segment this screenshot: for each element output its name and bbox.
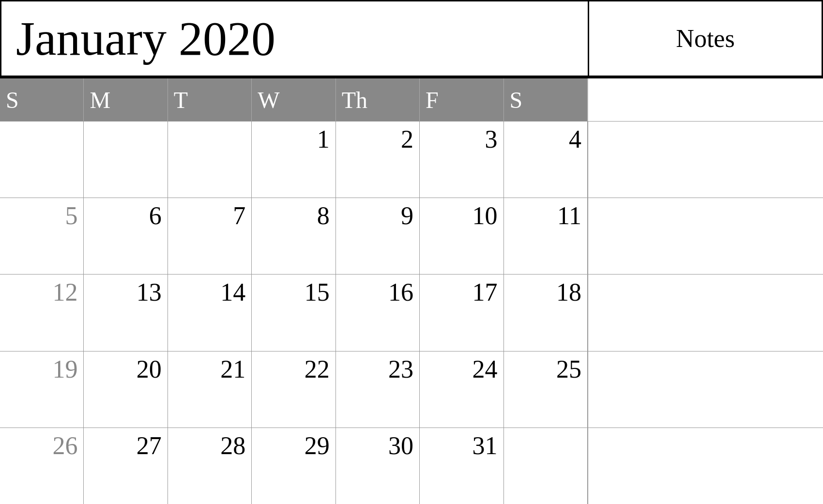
day-cell-w3-d7[interactable]: 18 (504, 275, 588, 351)
day-cell-w4-d3[interactable]: 21 (168, 351, 252, 428)
day-cell-w1-d3[interactable] (168, 122, 252, 198)
day-number: 23 (388, 355, 413, 383)
notes-header-spacer (588, 78, 823, 121)
day-number: 24 (472, 355, 498, 383)
week-row-3: 12131415161718 (0, 274, 823, 351)
day-number: 4 (569, 125, 581, 153)
notes-week-cell-3[interactable] (588, 275, 823, 351)
notes-label: Notes (676, 24, 734, 53)
day-number: 8 (317, 202, 330, 229)
day-cell-w3-d6[interactable]: 17 (420, 275, 503, 351)
day-cell-w2-d7[interactable]: 11 (504, 198, 588, 274)
day-cell-w1-d6[interactable]: 3 (420, 122, 503, 198)
day-cell-w1-d1[interactable] (0, 122, 84, 198)
day-header-mon: M (84, 78, 168, 121)
notes-cell: Notes (588, 0, 823, 77)
day-cell-w2-d4[interactable]: 8 (252, 198, 335, 274)
day-number: 3 (485, 125, 498, 153)
day-cell-w4-d1[interactable]: 19 (0, 351, 84, 428)
day-header-sun: S (0, 78, 84, 121)
day-cell-w3-d5[interactable]: 16 (336, 275, 420, 351)
day-cell-w1-d4[interactable]: 1 (252, 122, 335, 198)
day-number: 9 (401, 202, 413, 229)
day-cell-w2-d5[interactable]: 9 (336, 198, 420, 274)
day-header-thu: Th (336, 78, 420, 121)
day-header-tue: T (168, 78, 252, 121)
day-number: 16 (388, 278, 413, 306)
day-number: 14 (220, 278, 245, 306)
month-title: January 2020 (16, 15, 275, 63)
day-cell-w4-d2[interactable]: 20 (84, 351, 168, 428)
calendar-container: January 2020 Notes S M T W Th F S 123456 (0, 0, 823, 504)
week-row-2: 567891011 (0, 198, 823, 274)
day-number: 28 (220, 432, 245, 459)
week-row-5: 262728293031 (0, 428, 823, 504)
day-cell-w1-d7[interactable]: 4 (504, 122, 588, 198)
day-number: 17 (472, 278, 498, 306)
day-cell-w5-d5[interactable]: 30 (336, 428, 420, 504)
day-cell-w3-d2[interactable]: 13 (84, 275, 168, 351)
notes-week-cell-1[interactable] (588, 122, 823, 198)
day-number: 26 (52, 432, 77, 459)
day-cell-w2-d3[interactable]: 7 (168, 198, 252, 274)
day-cell-w3-d4[interactable]: 15 (252, 275, 335, 351)
calendar-body: 1234567891011121314151617181920212223242… (0, 121, 823, 504)
day-cell-w4-d4[interactable]: 22 (252, 351, 335, 428)
day-number: 10 (472, 202, 498, 229)
day-cell-w5-d6[interactable]: 31 (420, 428, 503, 504)
day-cell-w2-d6[interactable]: 10 (420, 198, 503, 274)
week-row-4: 19202122232425 (0, 351, 823, 428)
day-number: 29 (305, 432, 330, 459)
day-cell-w2-d1[interactable]: 5 (0, 198, 84, 274)
day-number: 6 (149, 202, 162, 229)
day-cell-w4-d5[interactable]: 23 (336, 351, 420, 428)
day-header-fri: F (420, 78, 503, 121)
day-cell-w5-d2[interactable]: 27 (84, 428, 168, 504)
days-header-row: S M T W Th F S (0, 78, 823, 121)
day-number: 2 (401, 125, 413, 153)
day-number: 7 (233, 202, 245, 229)
day-number: 31 (472, 432, 498, 459)
day-cell-w5-d4[interactable]: 29 (252, 428, 335, 504)
day-number: 27 (137, 432, 162, 459)
day-number: 19 (52, 355, 77, 383)
day-cell-w1-d5[interactable]: 2 (336, 122, 420, 198)
day-number: 30 (388, 432, 413, 459)
header-row: January 2020 Notes (0, 0, 823, 78)
day-header-wed: W (252, 78, 335, 121)
day-cell-w3-d1[interactable]: 12 (0, 275, 84, 351)
day-number: 13 (137, 278, 162, 306)
day-number: 12 (52, 278, 77, 306)
day-cell-w5-d3[interactable]: 28 (168, 428, 252, 504)
day-number: 15 (305, 278, 330, 306)
day-number: 20 (137, 355, 162, 383)
day-number: 22 (305, 355, 330, 383)
day-header-sat: S (504, 78, 588, 121)
day-number: 18 (556, 278, 581, 306)
week-row-1: 1234 (0, 121, 823, 198)
day-cell-w1-d2[interactable] (84, 122, 168, 198)
day-cell-w4-d7[interactable]: 25 (504, 351, 588, 428)
day-cell-w2-d2[interactable]: 6 (84, 198, 168, 274)
day-number: 11 (557, 202, 581, 229)
day-cell-w4-d6[interactable]: 24 (420, 351, 503, 428)
day-number: 5 (65, 202, 77, 229)
day-cell-w5-d1[interactable]: 26 (0, 428, 84, 504)
day-cell-w5-d7[interactable] (504, 428, 588, 504)
day-number: 25 (556, 355, 581, 383)
day-number: 1 (317, 125, 330, 153)
month-title-cell: January 2020 (0, 0, 588, 77)
notes-week-cell-4[interactable] (588, 351, 823, 428)
notes-week-cell-2[interactable] (588, 198, 823, 274)
day-cell-w3-d3[interactable]: 14 (168, 275, 252, 351)
notes-week-cell-5[interactable] (588, 428, 823, 504)
day-number: 21 (220, 355, 245, 383)
